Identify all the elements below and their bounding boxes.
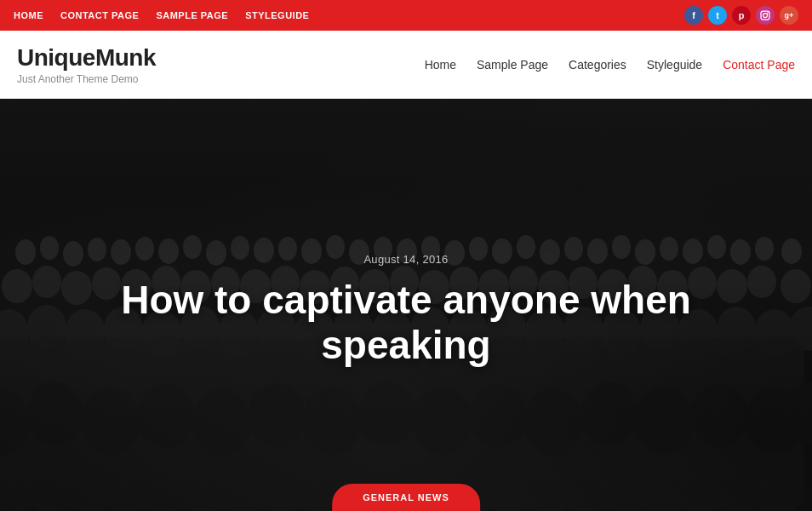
hero-date: August 14, 2016 — [108, 253, 704, 266]
top-social: f t p g+ — [684, 6, 798, 25]
instagram-icon[interactable] — [756, 6, 775, 25]
nav-styleguide[interactable]: Styleguide — [647, 58, 702, 72]
svg-rect-0 — [761, 11, 769, 20]
top-nav-item-contact[interactable]: CONTACT PAGE — [60, 10, 139, 20]
top-nav-item-home[interactable]: HOME — [14, 10, 43, 20]
hero-section: August 14, 2016 How to captivate anyone … — [0, 99, 812, 511]
nav-contact-page[interactable]: Contact Page — [723, 58, 795, 72]
nav-sample-page[interactable]: Sample Page — [477, 58, 548, 72]
logo-tagline: Just Another Theme Demo — [17, 73, 156, 85]
main-nav: Home Sample Page Categories Styleguide C… — [425, 58, 795, 72]
nav-home[interactable]: Home — [425, 58, 456, 72]
logo-area[interactable]: UniqueMunk Just Another Theme Demo — [17, 44, 156, 85]
top-nav-item-sample[interactable]: SAMPLE PAGE — [156, 10, 228, 20]
facebook-icon[interactable]: f — [684, 6, 703, 25]
top-nav-item-styleguide[interactable]: STYLEGUIDE — [245, 10, 309, 20]
logo[interactable]: UniqueMunk — [17, 44, 156, 72]
top-bar: HOME CONTACT PAGE SAMPLE PAGE STYLEGUIDE… — [0, 0, 812, 31]
hero-title: How to captivate anyone when speaking — [108, 278, 704, 368]
nav-categories[interactable]: Categories — [569, 58, 626, 72]
twitter-icon[interactable]: t — [708, 6, 727, 25]
header: UniqueMunk Just Another Theme Demo Home … — [0, 31, 812, 99]
googleplus-icon[interactable]: g+ — [780, 6, 798, 25]
svg-point-1 — [763, 14, 768, 18]
hero-category-button[interactable]: GENERAL NEWS — [332, 484, 480, 511]
top-nav: HOME CONTACT PAGE SAMPLE PAGE STYLEGUIDE — [14, 10, 309, 20]
hero-content: August 14, 2016 How to captivate anyone … — [108, 253, 704, 368]
svg-point-2 — [767, 13, 769, 14]
pinterest-icon[interactable]: p — [732, 6, 751, 25]
